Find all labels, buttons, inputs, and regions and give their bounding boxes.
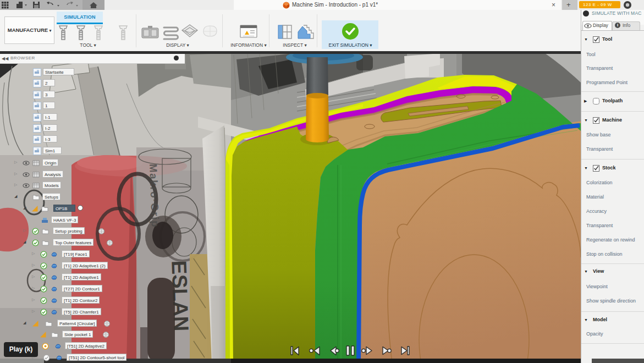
svg-text:Makro·Grip: Makro·Grip	[147, 163, 161, 228]
svg-text:ESLAN: ESLAN	[167, 260, 192, 332]
